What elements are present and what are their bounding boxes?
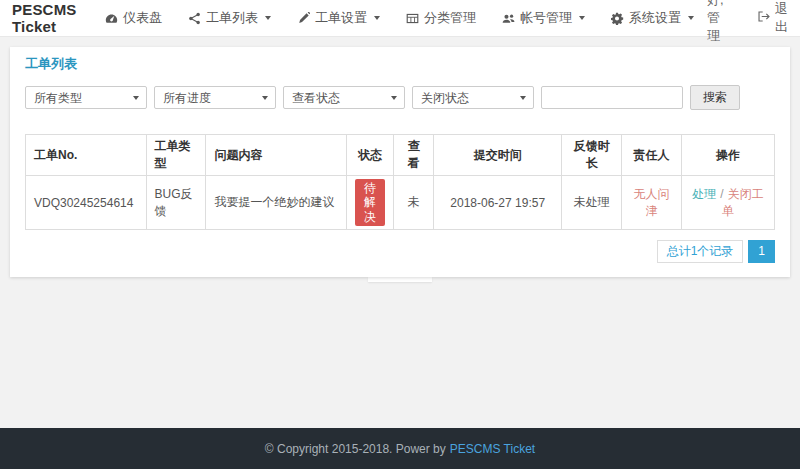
page-1-button[interactable]: 1 — [748, 240, 775, 262]
gear-icon — [611, 12, 624, 25]
header-status: 状态 — [346, 135, 394, 176]
nav-item-ticket-settings[interactable]: 工单设置 — [284, 0, 393, 36]
cell-status: 待解决 — [346, 176, 394, 230]
nav-item-label: 工单列表 — [206, 9, 258, 27]
cell-operations: 处理/关闭工单 — [682, 176, 775, 230]
search-button[interactable]: 搜索 — [690, 85, 740, 110]
pagination-total: 总计1个记录 — [657, 240, 744, 262]
chevron-down-icon — [265, 16, 271, 20]
brand-logo[interactable]: PESCMS Ticket — [12, 1, 78, 35]
category-icon — [406, 12, 419, 25]
logout-button[interactable]: 退出 — [757, 0, 788, 36]
pagination: 总计1个记录 1 — [25, 240, 775, 262]
nav-item-dashboard[interactable]: 仪表盘 — [92, 0, 175, 36]
filter-type-wrap: 所有类型 — [25, 86, 147, 109]
header-viewed: 查看 — [394, 135, 434, 176]
chevron-down-icon — [688, 16, 694, 20]
users-icon — [502, 12, 515, 25]
header-operations: 操作 — [682, 135, 775, 176]
main-nav: 仪表盘 工单列表 工单设置 分类管理 帐号管理 — [92, 0, 707, 36]
nav-item-label: 工单设置 — [315, 9, 367, 27]
header-feedback: 反馈时长 — [562, 135, 622, 176]
filter-close-status-wrap: 关闭状态 — [412, 86, 534, 109]
cell-ticket-no: VDQ30245254614 — [26, 176, 147, 230]
header-submitted: 提交时间 — [434, 135, 562, 176]
card-notch — [368, 277, 432, 282]
pescms-footer-link[interactable]: PESCMS Ticket — [450, 442, 535, 456]
filter-progress-select[interactable]: 所有进度 — [154, 86, 276, 109]
table-header-row: 工单No. 工单类型 问题内容 状态 查看 提交时间 反馈时长 责任人 操作 — [26, 135, 775, 176]
header-ticket-type: 工单类型 — [146, 135, 206, 176]
owner-value: 无人问津 — [634, 187, 670, 218]
close-ticket-link[interactable]: 关闭工单 — [722, 187, 764, 218]
nav-item-label: 系统设置 — [629, 9, 681, 27]
page-footer: © Copyright 2015-2018. Power by PESCMS T… — [0, 428, 800, 469]
header-owner: 责任人 — [622, 135, 682, 176]
filter-view-status-wrap: 查看状态 — [283, 86, 405, 109]
copyright-text: © Copyright 2015-2018. Power by — [265, 442, 446, 456]
header-ticket-no: 工单No. — [26, 135, 147, 176]
filter-progress-wrap: 所有进度 — [154, 86, 276, 109]
list-icon — [188, 12, 201, 25]
ticket-list-panel: 工单列表 所有类型 所有进度 查看状态 关闭状态 搜索 — [10, 47, 790, 277]
cell-feedback: 未处理 — [562, 176, 622, 230]
nav-item-category[interactable]: 分类管理 — [393, 0, 489, 36]
filter-close-status-select[interactable]: 关闭状态 — [412, 86, 534, 109]
dashboard-icon — [105, 12, 118, 25]
nav-item-label: 仪表盘 — [123, 9, 162, 27]
status-badge: 待解决 — [355, 179, 386, 226]
nav-item-ticket-list[interactable]: 工单列表 — [175, 0, 284, 36]
filter-bar: 所有类型 所有进度 查看状态 关闭状态 搜索 — [25, 85, 775, 110]
nav-item-label: 帐号管理 — [520, 9, 572, 27]
search-input[interactable] — [541, 86, 683, 109]
nav-item-label: 分类管理 — [424, 9, 476, 27]
cell-ticket-type: BUG反馈 — [146, 176, 206, 230]
sign-out-icon — [757, 10, 770, 26]
action-separator: / — [720, 187, 723, 201]
header-content: 问题内容 — [206, 135, 346, 176]
ticket-table: 工单No. 工单类型 问题内容 状态 查看 提交时间 反馈时长 责任人 操作 V… — [25, 134, 775, 230]
chevron-down-icon — [374, 16, 380, 20]
logout-label: 退出 — [775, 0, 788, 36]
filter-view-status-select[interactable]: 查看状态 — [283, 86, 405, 109]
chevron-down-icon — [579, 16, 585, 20]
cell-submitted: 2018-06-27 19:57 — [434, 176, 562, 230]
edit-icon — [297, 12, 310, 25]
page-title: 工单列表 — [25, 53, 775, 73]
cell-viewed: 未 — [394, 176, 434, 230]
cell-content: 我要提一个绝妙的建议 — [206, 176, 346, 230]
nav-item-system-settings[interactable]: 系统设置 — [598, 0, 707, 36]
nav-item-accounts[interactable]: 帐号管理 — [489, 0, 598, 36]
top-navbar: PESCMS Ticket 仪表盘 工单列表 工单设置 — [0, 0, 800, 37]
table-row: VDQ30245254614 BUG反馈 我要提一个绝妙的建议 待解决 未 20… — [26, 176, 775, 230]
cell-owner: 无人问津 — [622, 176, 682, 230]
handle-ticket-link[interactable]: 处理 — [692, 187, 716, 201]
filter-type-select[interactable]: 所有类型 — [25, 86, 147, 109]
